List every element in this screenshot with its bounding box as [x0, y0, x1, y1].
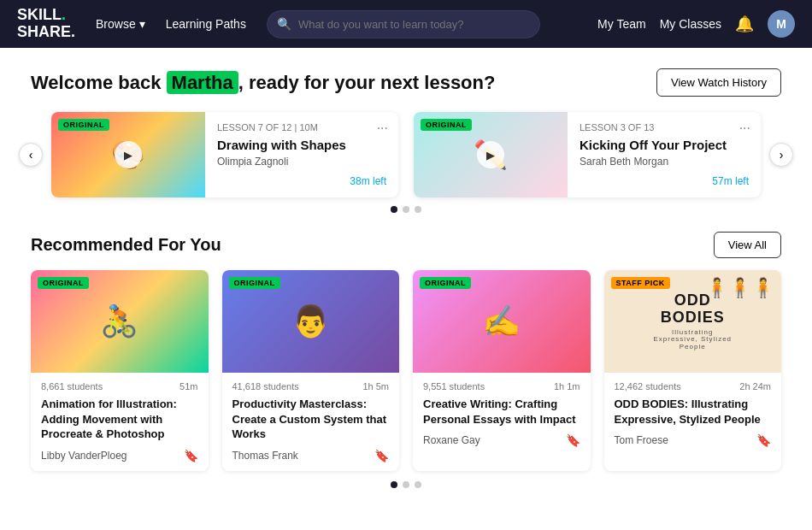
rec-author-1: Libby VanderPloeg — [41, 450, 127, 462]
card-thumbnail-2: ✏️ Original ▶ — [414, 112, 568, 197]
carousel-dots — [31, 206, 781, 213]
rec-stats-3: 9,551 students 1h 1m — [423, 381, 580, 392]
rec-stats-2: 41,618 students 1h 5m — [232, 381, 390, 392]
search-icon: 🔍 — [277, 17, 291, 31]
rec-students-2: 41,618 students — [232, 381, 299, 392]
continue-watching-carousel: ‹ 🎨 Original ▶ ··· LESSON 7 OF 12 | 10M … — [31, 112, 781, 197]
rec-stats-1: 8,661 students 51m — [41, 381, 198, 392]
more-options-2[interactable]: ··· — [739, 121, 750, 136]
card-time-1: 38m left — [350, 175, 386, 187]
logo[interactable]: SKILL. SHARE. — [17, 7, 75, 41]
rec-duration-2: 1h 5m — [362, 381, 389, 392]
rec-info-2: 41,618 students 1h 5m Productivity Maste… — [222, 373, 400, 471]
view-watch-history-button[interactable]: View Watch History — [656, 68, 781, 97]
card-title-2: Kicking Off Your Project — [580, 138, 749, 152]
rec-info-4: 12,462 students 2h 24m ODD BODIES: Illus… — [604, 373, 782, 456]
rec-thumb-4: ODDBODIES Illustrating Expressive, Styli… — [604, 270, 782, 373]
rec-title-4: ODD BODIES: Illustrating Expressive, Sty… — [615, 397, 772, 427]
rec-title-2: Productivity Masterclass: Create a Custo… — [232, 397, 390, 442]
rec-badge-2: Original — [229, 277, 280, 289]
bell-icon[interactable]: 🔔 — [735, 15, 754, 33]
rec-dot-2[interactable] — [403, 481, 409, 488]
odd-bodies-text: ODDBODIES Illustrating Expressive, Styli… — [648, 292, 737, 351]
chevron-down-icon: ▾ — [139, 17, 145, 31]
rec-thumb-3: ✍️ Original — [413, 270, 591, 373]
badge-original-1: Original — [58, 119, 109, 131]
card-meta-2: LESSON 3 OF 13 — [580, 122, 749, 132]
welcome-message: Welcome back Martha, ready for your next… — [31, 72, 495, 94]
rec-card-4: ODDBODIES Illustrating Expressive, Styli… — [604, 270, 782, 471]
rec-card-1: 🚴 Original 8,661 students 51m Animation … — [31, 270, 209, 471]
main-content: Welcome back Martha, ready for your next… — [0, 48, 812, 509]
rec-students-3: 9,551 students — [423, 381, 485, 392]
welcome-header: Welcome back Martha, ready for your next… — [31, 68, 781, 97]
rec-info-1: 8,661 students 51m Animation for Illustr… — [31, 373, 209, 471]
continue-card-1: 🎨 Original ▶ ··· LESSON 7 OF 12 | 10M Dr… — [51, 112, 398, 197]
rec-card-2: 👨 Original 41,618 students 1h 5m Product… — [222, 270, 400, 471]
rec-thumb-2: 👨 Original — [222, 270, 400, 373]
logo-text: SKILL. SHARE. — [17, 7, 75, 41]
rec-duration-4: 2h 24m — [739, 381, 771, 392]
continue-card-2: ✏️ Original ▶ ··· LESSON 3 OF 13 Kicking… — [414, 112, 761, 197]
rec-badge-1: Original — [38, 277, 89, 289]
bookmark-button-3[interactable]: 🔖 — [566, 433, 580, 447]
rec-students-4: 12,462 students — [615, 381, 681, 392]
rec-badge-4: Staff Pick — [611, 277, 670, 289]
card-title-1: Drawing with Shapes — [217, 138, 386, 152]
card-thumbnail-1: 🎨 Original ▶ — [51, 112, 205, 197]
rec-title-3: Creative Writing: Crafting Personal Essa… — [423, 397, 580, 427]
rec-author-2: Thomas Frank — [232, 450, 298, 462]
rec-card-3: ✍️ Original 9,551 students 1h 1m Creativ… — [413, 270, 591, 471]
card-info-2: ··· LESSON 3 OF 13 Kicking Off Your Proj… — [568, 112, 761, 197]
search-wrapper: 🔍 — [267, 10, 540, 38]
card-meta-1: LESSON 7 OF 12 | 10M — [217, 122, 386, 132]
rec-students-1: 8,661 students — [41, 381, 103, 392]
learning-paths-link[interactable]: Learning Paths — [166, 17, 246, 31]
card-author-1: Olimpia Zagnoli — [217, 156, 386, 168]
browse-menu[interactable]: Browse ▾ — [96, 17, 145, 31]
card-author-2: Sarah Beth Morgan — [580, 156, 749, 168]
carousel-left-arrow[interactable]: ‹ — [19, 143, 43, 167]
rec-author-row-4: Tom Froese 🔖 — [615, 433, 772, 447]
rec-duration-1: 51m — [179, 381, 197, 392]
odd-bodies-figures: 🧍🧍🧍 — [705, 277, 774, 299]
search-input[interactable] — [267, 10, 540, 38]
rec-badge-3: Original — [420, 277, 471, 289]
dot-2[interactable] — [403, 206, 409, 213]
dot-1[interactable] — [391, 206, 397, 213]
bookmark-button-4[interactable]: 🔖 — [756, 433, 771, 447]
recommended-title: Recommended For You — [31, 235, 221, 255]
rec-thumb-1: 🚴 Original — [31, 270, 209, 373]
navbar: SKILL. SHARE. Browse ▾ Learning Paths 🔍 … — [0, 0, 812, 48]
my-team-link[interactable]: My Team — [597, 17, 646, 31]
rec-dots — [31, 481, 781, 488]
my-classes-link[interactable]: My Classes — [660, 17, 721, 31]
card-time-2: 57m left — [712, 175, 749, 187]
user-name: Martha — [167, 71, 238, 94]
bookmark-button-2[interactable]: 🔖 — [374, 449, 389, 462]
carousel-right-arrow[interactable]: › — [769, 143, 793, 167]
rec-author-row-3: Roxane Gay 🔖 — [423, 433, 580, 447]
play-button-2[interactable]: ▶ — [477, 141, 504, 168]
dot-3[interactable] — [415, 206, 421, 213]
play-button-1[interactable]: ▶ — [115, 141, 142, 168]
rec-stats-4: 12,462 students 2h 24m — [615, 381, 772, 392]
rec-duration-3: 1h 1m — [554, 381, 580, 392]
view-all-button[interactable]: View All — [714, 232, 781, 258]
rec-dot-3[interactable] — [415, 481, 421, 488]
rec-title-1: Animation for Illustration: Adding Movem… — [41, 397, 198, 442]
avatar[interactable]: M — [768, 10, 795, 38]
badge-original-2: Original — [421, 119, 472, 131]
nav-right: My Team My Classes 🔔 M — [597, 10, 795, 38]
rec-author-row-2: Thomas Frank 🔖 — [232, 449, 390, 462]
rec-info-3: 9,551 students 1h 1m Creative Writing: C… — [413, 373, 591, 456]
recommended-header: Recommended For You View All — [31, 232, 781, 258]
continue-cards-row: 🎨 Original ▶ ··· LESSON 7 OF 12 | 10M Dr… — [51, 112, 761, 197]
rec-dot-1[interactable] — [391, 481, 397, 488]
bookmark-button-1[interactable]: 🔖 — [184, 449, 198, 462]
rec-author-row-1: Libby VanderPloeg 🔖 — [41, 449, 198, 462]
rec-author-3: Roxane Gay — [423, 434, 480, 446]
more-options-1[interactable]: ··· — [377, 121, 388, 136]
card-info-1: ··· LESSON 7 OF 12 | 10M Drawing with Sh… — [205, 112, 398, 197]
rec-author-4: Tom Froese — [615, 434, 668, 446]
